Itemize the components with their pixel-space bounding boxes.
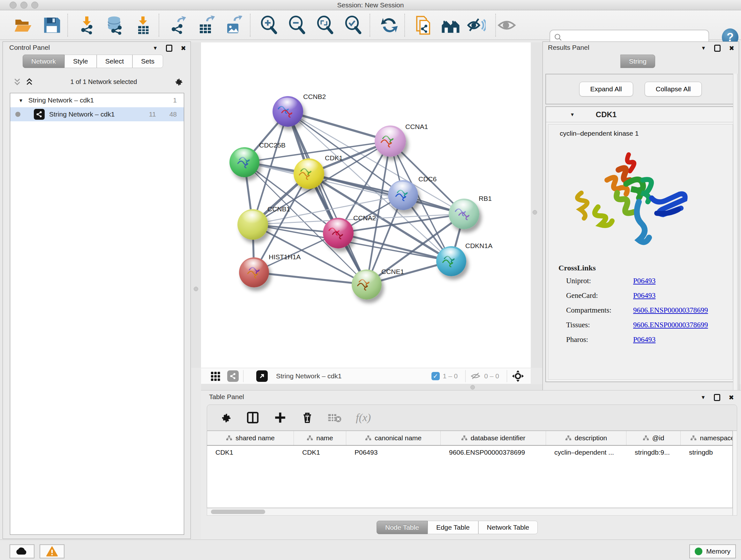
network-collection-row[interactable]: ▼ String Network – cdk1 1: [10, 93, 184, 107]
node-cdc25b[interactable]: [229, 147, 259, 177]
panel-close-icon[interactable]: ✖: [729, 394, 734, 401]
export-table-icon[interactable]: [197, 16, 216, 35]
first-neighbors-icon[interactable]: [441, 16, 460, 35]
crosslink-link[interactable]: P06493: [633, 335, 656, 344]
collapse-all-tree-icon[interactable]: [24, 77, 34, 86]
network-view-toolbar: String Network – cdk1 ✓ 1 – 0 0 – 0: [201, 368, 531, 384]
node-rb1[interactable]: [449, 199, 479, 229]
tab-edge-table[interactable]: Edge Table: [428, 521, 478, 534]
network-share-icon[interactable]: [227, 370, 239, 382]
collapse-all-button[interactable]: Collapse All: [645, 82, 702, 97]
column-header-shared-name[interactable]: shared name: [207, 431, 294, 445]
save-session-icon[interactable]: [42, 16, 61, 35]
panel-close-icon[interactable]: ✖: [181, 44, 186, 52]
table-row[interactable]: CDK1CDK1P064939606.ENSP00000378699cyclin…: [207, 446, 732, 460]
control-panel: Control Panel ▼ ✖ NetworkStyleSelectSets…: [3, 42, 191, 539]
clone-network-icon[interactable]: [414, 16, 433, 35]
node-ccnb2[interactable]: [273, 96, 303, 127]
show-columns-icon[interactable]: [246, 411, 259, 424]
warnings-button[interactable]: [40, 544, 64, 558]
crosslink-link[interactable]: 9606.ENSP00000378699: [633, 321, 708, 329]
import-network-file-icon[interactable]: [77, 16, 96, 35]
tab-string[interactable]: String: [620, 55, 655, 68]
panel-float-icon[interactable]: [166, 45, 172, 52]
cloud-icon: [16, 547, 28, 556]
zoom-out-icon[interactable]: [288, 16, 307, 35]
zoom-fit-icon[interactable]: [316, 16, 335, 35]
node-ccna2[interactable]: [323, 218, 354, 248]
table-cell[interactable]: cyclin–dependent ...: [546, 446, 626, 460]
column-header-name[interactable]: name: [294, 431, 346, 445]
birds-eye-grid-icon[interactable]: [210, 370, 221, 382]
column-header-canonical-name[interactable]: canonical name: [346, 431, 441, 445]
edge[interactable]: [254, 272, 367, 285]
delete-column-icon[interactable]: [301, 411, 314, 424]
zoom-in-icon[interactable]: [260, 16, 279, 35]
node-cdkn1a[interactable]: [436, 246, 466, 276]
table-cell[interactable]: CDK1: [294, 446, 346, 460]
table-cell[interactable]: stringdb:9...: [626, 446, 681, 460]
node-cdc6[interactable]: [388, 180, 418, 210]
memory-button[interactable]: Memory: [689, 544, 736, 558]
import-table-icon[interactable]: [133, 16, 152, 35]
column-type-icon: [565, 435, 571, 441]
tab-node-table[interactable]: Node Table: [377, 521, 428, 534]
table-hscrollbar[interactable]: [207, 508, 733, 516]
protein-name: CDK1: [596, 110, 616, 119]
panel-float-icon[interactable]: [714, 394, 720, 401]
selected-checkbox-icon[interactable]: ✓: [431, 372, 440, 380]
node-table[interactable]: shared namenamecanonical namedatabase id…: [207, 431, 733, 508]
refresh-icon[interactable]: [380, 16, 399, 35]
export-network-icon[interactable]: [169, 16, 188, 35]
panel-menu-icon[interactable]: ▼: [701, 45, 706, 51]
open-in-window-icon[interactable]: [256, 370, 268, 382]
network-view[interactable]: CCNB2CCNA1CDC25BCDK1CDC6RB1CCNB1CCNA2CDK…: [201, 43, 531, 368]
panel-menu-icon[interactable]: ▼: [700, 395, 705, 400]
hide-selected-icon[interactable]: [467, 16, 486, 35]
panel-close-icon[interactable]: ✖: [729, 44, 734, 52]
table-options-gear-icon[interactable]: [219, 411, 232, 424]
crosslink-link[interactable]: 9606.ENSP00000378699: [633, 306, 708, 314]
zoom-selected-icon[interactable]: [344, 16, 363, 35]
export-image-icon[interactable]: [224, 16, 243, 35]
column-header-database-identifier[interactable]: database identifier: [441, 431, 546, 445]
table-cell[interactable]: CDK1: [207, 446, 294, 460]
table-cell[interactable]: P06493: [346, 446, 441, 460]
column-header-namespace[interactable]: namespace: [681, 431, 733, 445]
tab-select[interactable]: Select: [97, 55, 132, 68]
node-ccne1[interactable]: [352, 269, 382, 300]
tab-sets[interactable]: Sets: [132, 55, 163, 68]
table-vscrollbar[interactable]: [733, 431, 737, 516]
expand-all-tree-icon[interactable]: [12, 77, 22, 86]
table-cell[interactable]: stringdb: [681, 446, 733, 460]
node-ccnb1[interactable]: [238, 209, 268, 240]
tab-network-table[interactable]: Network Table: [478, 521, 538, 534]
add-column-icon[interactable]: [273, 411, 287, 424]
tree-expand-icon[interactable]: ▼: [18, 98, 23, 103]
tab-network[interactable]: Network: [23, 55, 64, 68]
cloud-status-button[interactable]: [10, 544, 35, 558]
hidden-eye-icon[interactable]: [470, 371, 481, 381]
network-row[interactable]: String Network – cdk1 11 48: [10, 107, 184, 121]
network-options-gear-icon[interactable]: [173, 77, 184, 87]
node-hist1h1a[interactable]: [239, 257, 269, 287]
import-network-database-icon[interactable]: [105, 16, 125, 35]
panel-menu-icon[interactable]: ▼: [152, 45, 158, 51]
table-cell[interactable]: 9606.ENSP00000378699: [441, 446, 546, 460]
panel-float-icon[interactable]: [714, 45, 721, 52]
node-cdk1[interactable]: [293, 159, 324, 189]
tab-style[interactable]: Style: [64, 55, 97, 68]
crosslink-link[interactable]: P06493: [633, 277, 656, 285]
crosslink-link[interactable]: P06493: [633, 292, 656, 300]
column-type-icon: [690, 435, 697, 441]
left-splitter[interactable]: [191, 43, 201, 368]
right-splitter[interactable]: [531, 43, 542, 368]
node-label-hist1h1a: HIST1H1A: [269, 253, 300, 261]
expand-all-button[interactable]: Expand All: [579, 82, 633, 97]
collapse-protein-icon[interactable]: ▼: [570, 112, 575, 117]
column-header--id[interactable]: @id: [626, 431, 681, 445]
column-header-description[interactable]: description: [546, 431, 626, 445]
node-ccna1[interactable]: [375, 125, 406, 157]
open-session-icon[interactable]: [13, 16, 32, 35]
pan-crosshair-icon[interactable]: [512, 370, 524, 382]
